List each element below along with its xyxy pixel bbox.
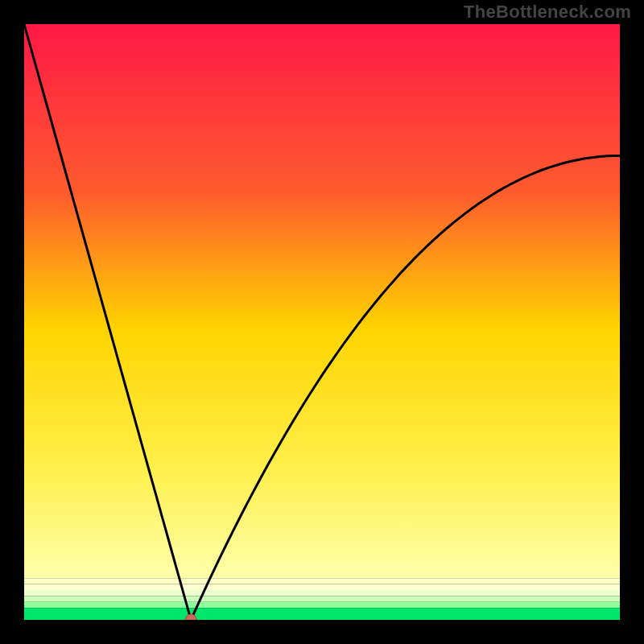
chart-container: { "watermark": "TheBottleneck.com", "col…: [0, 0, 644, 644]
svg-rect-2: [24, 584, 620, 590]
chart-background: [24, 24, 620, 620]
svg-rect-5: [24, 602, 620, 608]
watermark-text: TheBottleneck.com: [464, 2, 631, 23]
svg-rect-4: [24, 596, 620, 601]
svg-rect-6: [24, 608, 620, 620]
chart-svg: [24, 24, 620, 620]
svg-rect-0: [24, 24, 620, 578]
chart-plot-area: [24, 24, 620, 620]
svg-rect-1: [24, 578, 620, 584]
svg-rect-3: [24, 590, 620, 596]
